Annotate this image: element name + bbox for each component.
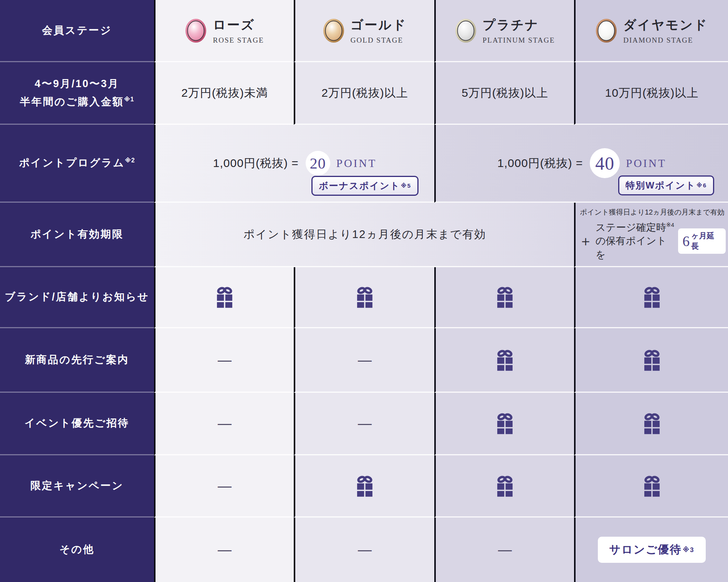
benefit-unavailable-cell: — xyxy=(294,328,434,393)
gift-icon xyxy=(215,286,235,308)
dash-mark: — xyxy=(218,352,232,368)
gift-icon xyxy=(495,286,515,308)
stage-subtitle: GOLD STAGE xyxy=(351,36,403,45)
gift-icon xyxy=(642,475,662,497)
footnote-ref: ※5 xyxy=(401,182,411,189)
sidebar-label-purchase-amount: 4〜9月/10〜3月 半年間のご購入金額※1 xyxy=(0,62,154,125)
dash-mark: — xyxy=(218,542,232,558)
sidebar-label-point-program: ポイントプログラム※2 xyxy=(0,125,154,203)
points-rose-gold-cell: 1,000円(税抜) = 20 POINT ボーナスポイント※5 xyxy=(154,125,434,203)
diamond-gem-icon xyxy=(596,18,617,43)
footnote-ref: ※3 xyxy=(683,546,694,554)
benefit-available-cell xyxy=(434,455,574,518)
row-label: ポイント有効期限 xyxy=(30,225,124,243)
threshold-value: 2万円(税抜)以上 xyxy=(321,85,408,101)
points-unit: POINT xyxy=(626,157,666,170)
stage-name: ゴールド xyxy=(351,17,407,34)
stage-name: ダイヤモンド xyxy=(623,17,708,34)
benefit-unavailable-cell: — xyxy=(154,328,294,393)
benefit-unavailable-cell: — xyxy=(154,518,294,582)
gift-icon xyxy=(642,412,662,435)
row-label-line2: 半年間のご購入金額※1 xyxy=(20,93,134,111)
validity-standard-cell: ポイント獲得日より12ヵ月後の月末まで有効 xyxy=(154,203,574,267)
benefit-available-cell xyxy=(574,267,728,328)
row-label: ブランド/店舗よりお知らせ xyxy=(5,288,149,306)
validity-diamond-top-text: ポイント獲得日より12ヵ月後の月末まで有効 xyxy=(580,207,724,217)
stage-subtitle: DIAMOND STAGE xyxy=(623,36,693,45)
validity-diamond-cell: ポイント獲得日より12ヵ月後の月末まで有効 ＋ ステージ確定時※4 の保有ポイン… xyxy=(574,203,728,267)
platinum-gem-icon xyxy=(455,18,477,43)
stage-header-diamond: ダイヤモンド DIAMOND STAGE xyxy=(574,0,728,62)
dash-mark: — xyxy=(218,478,232,494)
footnote-ref: ※4 xyxy=(666,222,674,228)
stage-header-gold: ゴールド GOLD STAGE xyxy=(294,0,434,62)
salon-benefit-button[interactable]: サロンご優待※3 xyxy=(598,537,706,563)
benefit-available-cell xyxy=(434,328,574,393)
gift-icon xyxy=(355,475,375,497)
threshold-value: 5万円(税抜)以上 xyxy=(462,85,548,101)
points-unit: POINT xyxy=(336,157,377,170)
stage-header-rose: ローズ ROSE STAGE xyxy=(154,0,294,62)
sidebar-label-new-products: 新商品の先行ご案内 xyxy=(0,328,154,393)
points-value-circle: 40 xyxy=(590,148,620,178)
threshold-platinum: 5万円(税抜)以上 xyxy=(434,62,574,125)
benefit-unavailable-cell: — xyxy=(294,393,434,455)
row-label: 会員ステージ xyxy=(42,21,112,40)
benefit-unavailable-cell: — xyxy=(154,455,294,518)
gift-icon xyxy=(495,475,515,497)
points-platinum-diamond-cell: 1,000円(税抜) = 40 POINT 特別Wポイント※6 xyxy=(434,125,728,203)
sidebar-label-point-validity: ポイント有効期限 xyxy=(0,203,154,267)
footnote-ref: ※6 xyxy=(697,182,707,189)
benefit-available-cell xyxy=(574,393,728,455)
footnote-ref: ※2 xyxy=(125,157,135,164)
points-prefix: 1,000円(税抜) = xyxy=(497,155,583,171)
footnote-ref: ※1 xyxy=(124,96,134,103)
stage-name: ローズ xyxy=(213,17,255,34)
plus-sign: ＋ xyxy=(579,232,592,251)
stage-subtitle: PLATINUM STAGE xyxy=(483,36,555,45)
validity-text: ポイント獲得日より12ヵ月後の月末まで有効 xyxy=(243,227,486,242)
membership-stage-table: 会員ステージ 4〜9月/10〜3月 半年間のご購入金額※1 ポイントプログラム※… xyxy=(0,0,728,582)
threshold-diamond: 10万円(税抜)以上 xyxy=(574,62,728,125)
benefit-available-cell xyxy=(154,267,294,328)
row-label: 新商品の先行ご案内 xyxy=(25,351,129,369)
row-label-line1: 4〜9月/10〜3月 xyxy=(35,75,119,93)
row-label: 限定キャンペーン xyxy=(30,477,124,495)
row-label: その他 xyxy=(60,541,94,559)
stage-subtitle: ROSE STAGE xyxy=(213,36,264,45)
sidebar-label-other: その他 xyxy=(0,518,154,582)
benefit-unavailable-cell: — xyxy=(434,518,574,582)
sidebar-label-limited-campaign: 限定キャンペーン xyxy=(0,455,154,518)
threshold-rose: 2万円(税抜)未満 xyxy=(154,62,294,125)
threshold-gold: 2万円(税抜)以上 xyxy=(294,62,434,125)
dash-mark: — xyxy=(498,542,512,558)
threshold-value: 2万円(税抜)未満 xyxy=(181,85,268,101)
dash-mark: — xyxy=(358,542,372,558)
gift-icon xyxy=(495,349,515,371)
row-label: ポイントプログラム※2 xyxy=(19,154,135,172)
sidebar-label-event-invite: イベント優先ご招待 xyxy=(0,393,154,455)
row-label: イベント優先ご招待 xyxy=(25,414,129,432)
points-value-circle: 20 xyxy=(306,151,330,175)
gift-icon xyxy=(642,349,662,371)
gold-gem-icon xyxy=(323,18,344,43)
benefit-available-cell xyxy=(434,393,574,455)
bonus-point-badge[interactable]: ボーナスポイント※5 xyxy=(311,176,419,196)
special-w-point-badge[interactable]: 特別Wポイント※6 xyxy=(618,175,714,195)
benefit-unavailable-cell: — xyxy=(294,518,434,582)
sidebar-label-brand-news: ブランド/店舗よりお知らせ xyxy=(0,267,154,328)
dash-mark: — xyxy=(358,415,372,432)
benefit-unavailable-cell: — xyxy=(154,393,294,455)
benefit-available-cell xyxy=(294,455,434,518)
benefit-salon-cell: サロンご優待※3 xyxy=(574,518,728,582)
gift-icon xyxy=(642,286,662,308)
dash-mark: — xyxy=(218,415,232,432)
validity-diamond-line1: ステージ確定時※4 xyxy=(596,221,675,234)
validity-diamond-line2: の保有ポイントを xyxy=(596,234,675,261)
benefit-available-cell xyxy=(434,267,574,328)
rose-gem-icon xyxy=(185,18,207,43)
benefit-available-cell xyxy=(294,267,434,328)
points-prefix: 1,000円(税抜) = xyxy=(213,155,299,171)
dash-mark: — xyxy=(358,352,372,368)
gift-icon xyxy=(495,412,515,435)
